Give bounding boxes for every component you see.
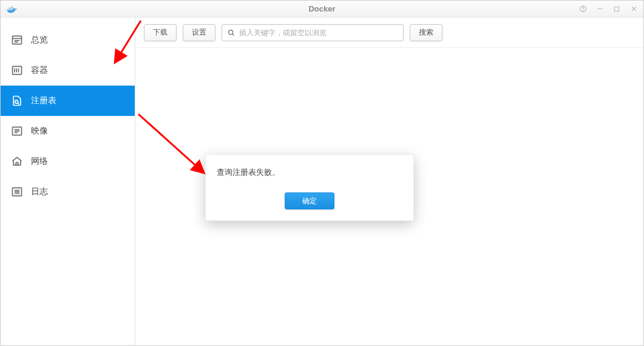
container-icon xyxy=(10,64,24,77)
docker-whale-icon xyxy=(5,3,18,15)
overview-icon xyxy=(10,33,24,47)
window-controls xyxy=(578,4,639,14)
download-button[interactable]: 下载 xyxy=(144,24,177,41)
body: 总览 容器 注册表 映像 xyxy=(1,18,643,345)
svg-line-26 xyxy=(232,33,234,35)
sidebar-item-images[interactable]: 映像 xyxy=(1,116,135,146)
dialog-message: 查询注册表失败。 xyxy=(217,167,402,178)
svg-point-1 xyxy=(583,10,583,11)
close-icon[interactable] xyxy=(629,4,639,14)
sidebar-item-network[interactable]: 网络 xyxy=(1,146,135,177)
logs-icon xyxy=(10,185,24,198)
svg-rect-3 xyxy=(615,7,619,11)
sidebar-item-label: 映像 xyxy=(31,126,48,137)
svg-line-15 xyxy=(18,103,19,104)
main: 下载 设置 搜索 查询注册表失败。 确定 xyxy=(135,18,643,345)
search-button[interactable]: 搜索 xyxy=(410,24,442,41)
sidebar-item-label: 网络 xyxy=(31,156,48,167)
search-box[interactable] xyxy=(222,24,404,41)
content-area: 查询注册表失败。 确定 xyxy=(135,48,643,345)
sidebar-item-registry[interactable]: 注册表 xyxy=(1,86,135,116)
ok-button[interactable]: 确定 xyxy=(285,192,334,209)
registry-icon xyxy=(10,94,24,107)
sidebar-item-overview[interactable]: 总览 xyxy=(1,25,135,55)
sidebar-item-label: 容器 xyxy=(31,65,48,76)
svg-rect-20 xyxy=(16,163,18,165)
window-title: Docker xyxy=(1,4,643,13)
app-window: Docker 总览 xyxy=(0,0,644,346)
sidebar-item-label: 总览 xyxy=(31,35,48,46)
network-icon xyxy=(10,155,24,168)
svg-point-14 xyxy=(15,100,18,103)
images-icon xyxy=(10,124,24,138)
sidebar-item-label: 注册表 xyxy=(31,95,56,106)
sidebar: 总览 容器 注册表 映像 xyxy=(1,18,135,345)
help-icon[interactable] xyxy=(578,4,588,14)
settings-button[interactable]: 设置 xyxy=(183,24,215,41)
toolbar: 下载 设置 搜索 xyxy=(135,18,643,48)
minimize-icon[interactable] xyxy=(595,4,605,14)
sidebar-item-containers[interactable]: 容器 xyxy=(1,55,135,86)
search-input[interactable] xyxy=(239,29,398,37)
sidebar-item-logs[interactable]: 日志 xyxy=(1,177,135,207)
svg-point-25 xyxy=(229,30,233,34)
titlebar: Docker xyxy=(1,1,643,18)
error-dialog: 查询注册表失败。 确定 xyxy=(205,154,414,221)
search-icon xyxy=(227,29,236,37)
sidebar-item-label: 日志 xyxy=(31,186,48,197)
maximize-icon[interactable] xyxy=(612,4,622,14)
